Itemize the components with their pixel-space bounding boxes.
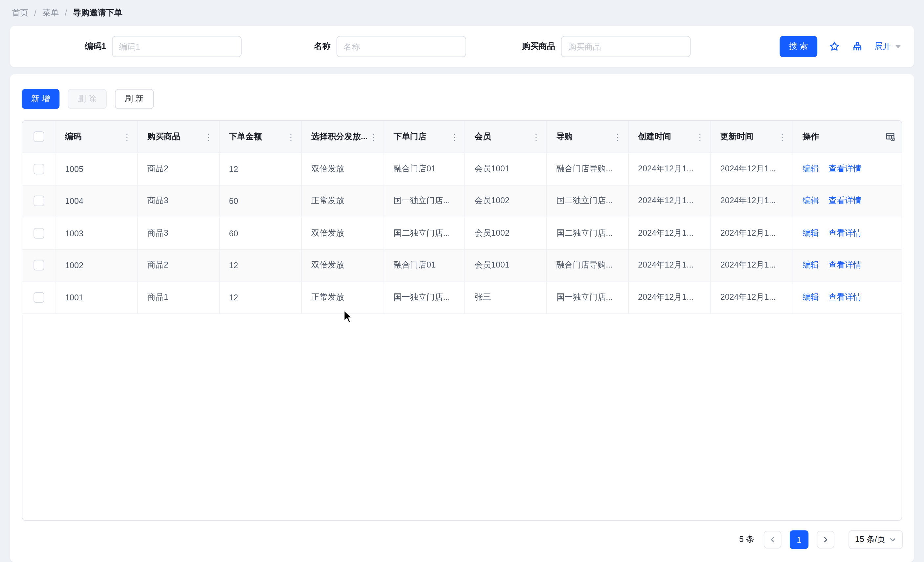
row-checkbox-cell	[22, 249, 56, 281]
cell-code: 1004	[56, 185, 138, 217]
header-guide: 导购 ⋮	[547, 121, 629, 153]
header-actions: 操作	[794, 121, 902, 153]
cell-created: 2024年12月1...	[628, 249, 711, 281]
column-menu-icon[interactable]: ⋮	[614, 132, 622, 141]
breadcrumb-current: 导购邀请下单	[73, 7, 123, 18]
breadcrumb-separator: /	[34, 8, 36, 18]
table-header-row: 编码 ⋮ 购买商品 ⋮ 下单金额 ⋮ 选择积分发放... ⋮ 下单门店 ⋮	[22, 121, 902, 153]
cell-points: 双倍发放	[302, 249, 384, 281]
total-count: 5 条	[739, 534, 754, 545]
cell-product: 商品3	[138, 217, 220, 249]
data-table: 编码 ⋮ 购买商品 ⋮ 下单金额 ⋮ 选择积分发放... ⋮ 下单门店 ⋮	[22, 120, 902, 521]
cell-product: 商品3	[138, 185, 220, 217]
column-menu-icon[interactable]: ⋮	[778, 132, 787, 141]
next-page-button[interactable]	[817, 531, 834, 549]
breadcrumb-menu[interactable]: 菜单	[42, 7, 59, 18]
cell-actions: 编辑 查看详情	[794, 185, 902, 217]
view-detail-link[interactable]: 查看详情	[828, 260, 862, 270]
cell-product: 商品2	[138, 249, 220, 281]
code-input[interactable]	[112, 36, 242, 57]
column-menu-icon[interactable]: ⋮	[532, 132, 540, 141]
column-menu-icon[interactable]: ⋮	[450, 132, 459, 141]
cell-member: 张三	[465, 282, 547, 313]
row-checkbox[interactable]	[33, 196, 44, 206]
cell-points: 双倍发放	[302, 217, 384, 249]
row-checkbox-cell	[22, 282, 56, 313]
cell-store: 国一独立门店...	[384, 282, 465, 313]
column-settings-icon[interactable]	[886, 132, 896, 142]
add-button[interactable]: 新 增	[22, 89, 59, 109]
name-input[interactable]	[337, 36, 466, 57]
cell-product: 商品2	[138, 153, 220, 185]
cell-amount: 12	[220, 153, 302, 185]
page-size-select[interactable]: 15 条/页	[849, 530, 903, 549]
header-amount: 下单金额 ⋮	[220, 121, 302, 153]
cell-member: 会员1002	[465, 185, 547, 217]
view-detail-link[interactable]: 查看详情	[828, 292, 862, 303]
column-menu-icon[interactable]: ⋮	[369, 132, 378, 141]
cell-updated: 2024年12月1...	[711, 185, 794, 217]
cell-actions: 编辑 查看详情	[794, 153, 902, 185]
refresh-button[interactable]: 刷 新	[115, 89, 154, 109]
breadcrumb: 首页 / 菜单 / 导购邀请下单	[0, 0, 924, 26]
search-button[interactable]: 搜 索	[780, 36, 817, 57]
cell-amount: 60	[220, 217, 302, 249]
pagination: 5 条 1 15 条/页	[739, 530, 903, 549]
row-checkbox[interactable]	[33, 228, 44, 238]
caret-down-icon	[895, 45, 901, 48]
search-filter-card: 编码1 名称 购买商品 搜 索	[10, 26, 914, 67]
delete-button[interactable]: 删 除	[68, 89, 106, 109]
column-menu-icon[interactable]: ⋮	[286, 132, 296, 141]
header-checkbox-cell	[22, 121, 56, 153]
cell-code: 1005	[56, 153, 138, 185]
row-checkbox[interactable]	[33, 163, 44, 174]
cell-created: 2024年12月1...	[628, 153, 711, 185]
cell-actions: 编辑 查看详情	[794, 282, 902, 313]
select-all-checkbox[interactable]	[33, 131, 44, 142]
breadcrumb-home[interactable]: 首页	[12, 7, 28, 18]
expand-toggle[interactable]: 展开	[874, 41, 901, 52]
prev-page-button[interactable]	[764, 531, 782, 549]
product-input[interactable]	[561, 36, 690, 57]
code-label: 编码1	[17, 41, 112, 52]
cell-store: 融合门店01	[384, 249, 465, 281]
edit-link[interactable]: 编辑	[802, 260, 819, 270]
page-size-value: 15 条/页	[855, 534, 885, 545]
row-checkbox[interactable]	[33, 260, 44, 270]
cell-created: 2024年12月1...	[628, 185, 711, 217]
cell-guide: 融合门店导购...	[547, 153, 629, 185]
header-points: 选择积分发放... ⋮	[302, 121, 384, 153]
cell-guide: 国二独立门店...	[547, 217, 629, 249]
cell-code: 1002	[56, 249, 138, 281]
column-menu-icon[interactable]: ⋮	[696, 132, 704, 141]
cell-updated: 2024年12月1...	[711, 282, 794, 313]
cell-created: 2024年12月1...	[628, 217, 711, 249]
edit-link[interactable]: 编辑	[802, 292, 819, 303]
clear-broom-icon[interactable]	[851, 41, 863, 52]
cell-actions: 编辑 查看详情	[794, 249, 902, 281]
cell-guide: 国一独立门店...	[547, 282, 629, 313]
cell-code: 1003	[56, 217, 138, 249]
edit-link[interactable]: 编辑	[802, 163, 819, 174]
edit-link[interactable]: 编辑	[802, 228, 819, 238]
table-row: 1005 商品2 12 双倍发放 融合门店01 会员1001 融合门店导购...…	[22, 153, 902, 186]
cell-member: 会员1002	[465, 217, 547, 249]
cell-created: 2024年12月1...	[628, 282, 711, 313]
view-detail-link[interactable]: 查看详情	[828, 228, 862, 238]
cell-store: 国二独立门店...	[384, 217, 465, 249]
view-detail-link[interactable]: 查看详情	[828, 163, 862, 174]
view-detail-link[interactable]: 查看详情	[828, 196, 862, 206]
column-menu-icon[interactable]: ⋮	[204, 132, 213, 141]
expand-label: 展开	[874, 41, 891, 52]
edit-link[interactable]: 编辑	[802, 196, 819, 206]
cell-amount: 60	[220, 185, 302, 217]
row-checkbox[interactable]	[33, 292, 44, 303]
star-favorite-icon[interactable]	[828, 41, 840, 52]
cell-updated: 2024年12月1...	[711, 153, 794, 185]
row-checkbox-cell	[22, 185, 56, 217]
page-number-active[interactable]: 1	[790, 530, 808, 549]
table-row: 1003 商品3 60 双倍发放 国二独立门店... 会员1002 国二独立门店…	[22, 217, 902, 249]
column-menu-icon[interactable]: ⋮	[123, 132, 131, 141]
header-product: 购买商品 ⋮	[138, 121, 220, 153]
cell-guide: 融合门店导购...	[547, 249, 629, 281]
